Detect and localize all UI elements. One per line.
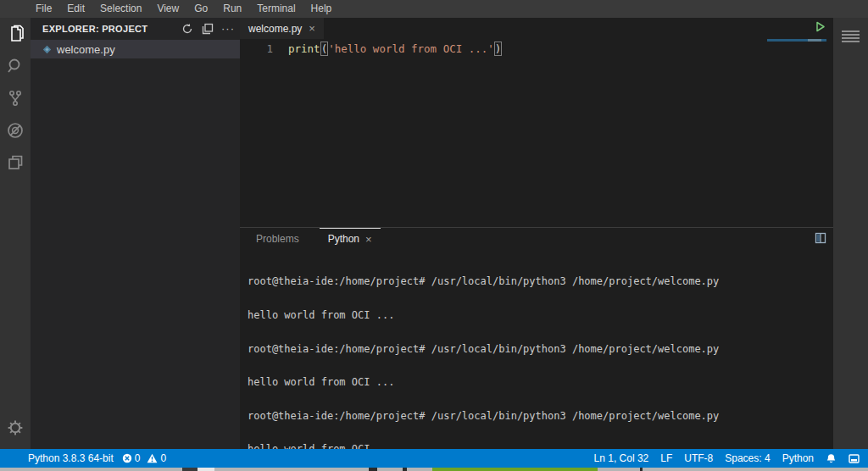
- error-count: 0: [135, 452, 141, 464]
- python-interpreter-status[interactable]: Python 3.8.3 64-bit: [28, 452, 114, 464]
- token-close-paren: ): [494, 42, 503, 56]
- menu-bar: File Edit Selection View Go Run Terminal…: [0, 0, 868, 18]
- desktop-taskbar-edge: [0, 468, 868, 471]
- tab-close-icon[interactable]: ×: [309, 22, 315, 35]
- taskbar-segment: [403, 468, 407, 471]
- source-control-icon[interactable]: [0, 82, 31, 114]
- terminal-line: hello world from OCI ...: [248, 310, 833, 321]
- bottom-panel: Problems Python × ro: [240, 227, 833, 449]
- warning-icon: [147, 453, 158, 463]
- token-open-paren: (: [320, 42, 329, 56]
- file-name: welcome.py: [57, 43, 115, 56]
- taskbar-segment: [640, 468, 643, 471]
- taskbar-segment: [198, 468, 214, 471]
- token-print: print: [288, 42, 320, 55]
- ide-window: File Edit Selection View Go Run Terminal…: [0, 0, 868, 471]
- bell-icon[interactable]: [826, 453, 837, 464]
- python-file-icon: [42, 45, 52, 54]
- tab-welcome-py[interactable]: welcome.py ×: [240, 18, 324, 39]
- plugins-icon[interactable]: [0, 147, 31, 179]
- panel-tab-problems[interactable]: Problems: [248, 228, 308, 249]
- search-icon[interactable]: [0, 50, 31, 82]
- refresh-icon[interactable]: [181, 22, 194, 36]
- eol-status[interactable]: LF: [660, 452, 672, 464]
- code-editor[interactable]: 1 print('hello world from OCI ...'): [240, 39, 833, 227]
- editor-tab-bar: welcome.py ×: [240, 18, 833, 39]
- code-line-1[interactable]: 1 print('hello world from OCI ...'): [240, 42, 833, 55]
- problems-status[interactable]: 0 0: [122, 452, 166, 464]
- menu-help[interactable]: Help: [303, 0, 340, 18]
- panel-tab-python[interactable]: Python ×: [320, 228, 381, 249]
- collapse-all-icon[interactable]: [201, 22, 214, 36]
- status-bar: Python 3.8.3 64-bit 0 0: [0, 449, 868, 468]
- token-string: 'hello world from OCI ...': [328, 42, 494, 55]
- cursor-position-status[interactable]: Ln 1, Col 32: [594, 452, 649, 464]
- taskbar-segment-active: [432, 468, 598, 471]
- taskbar-segment: [182, 468, 198, 471]
- split-panel-icon[interactable]: [815, 232, 826, 244]
- menu-file[interactable]: File: [28, 0, 59, 18]
- error-icon: [122, 453, 132, 463]
- outline-view-icon[interactable]: [841, 30, 868, 44]
- menu-go[interactable]: Go: [186, 0, 215, 18]
- panel-tab-bar: Problems Python ×: [240, 228, 833, 249]
- terminal-line: root@theia-ide:/home/project# /usr/local…: [248, 411, 833, 422]
- code-text: print('hello world from OCI ...'): [288, 42, 502, 55]
- language-mode-status[interactable]: Python: [782, 452, 814, 464]
- terminal-output[interactable]: root@theia-ide:/home/project# /usr/local…: [240, 249, 833, 471]
- settings-gear-icon[interactable]: [0, 412, 31, 444]
- panel-tab-label: Python: [328, 233, 359, 245]
- explorer-header: EXPLORER: PROJECT ···: [31, 18, 240, 40]
- panel-tab-close-icon[interactable]: ×: [365, 233, 372, 246]
- editor-group: welcome.py × 1 print('hello world from O…: [240, 18, 833, 449]
- terminal-line: root@theia-ide:/home/project# /usr/local…: [248, 276, 833, 287]
- menu-terminal[interactable]: Terminal: [249, 0, 303, 18]
- taskbar-segment: [369, 468, 377, 471]
- minimap-slider[interactable]: [808, 39, 821, 42]
- terminal-line: root@theia-ide:/home/project# /usr/local…: [248, 344, 833, 355]
- tab-label: welcome.py: [248, 23, 302, 35]
- right-sidebar-bar: [833, 18, 868, 449]
- file-item-welcome-py[interactable]: welcome.py: [31, 40, 240, 58]
- run-play-icon[interactable]: [814, 20, 826, 33]
- indentation-status[interactable]: Spaces: 4: [725, 452, 770, 464]
- feedback-window-icon[interactable]: [849, 454, 860, 463]
- panel-tab-label: Problems: [256, 233, 299, 245]
- explorer-sidebar: EXPLORER: PROJECT ···: [31, 18, 240, 449]
- debug-disabled-icon[interactable]: [0, 114, 31, 147]
- files-explorer-icon[interactable]: [0, 18, 31, 50]
- menu-run[interactable]: Run: [215, 0, 249, 18]
- more-actions-icon[interactable]: ···: [221, 22, 235, 36]
- menu-edit[interactable]: Edit: [59, 0, 92, 18]
- explorer-title: EXPLORER: PROJECT: [42, 24, 181, 34]
- terminal-line: hello world from OCI ...: [248, 377, 833, 388]
- activity-bar: [0, 18, 31, 449]
- line-number: 1: [240, 42, 273, 55]
- warning-count: 0: [160, 452, 166, 464]
- menu-selection[interactable]: Selection: [92, 0, 149, 18]
- encoding-status[interactable]: UTF-8: [684, 452, 713, 464]
- menu-view[interactable]: View: [149, 0, 186, 18]
